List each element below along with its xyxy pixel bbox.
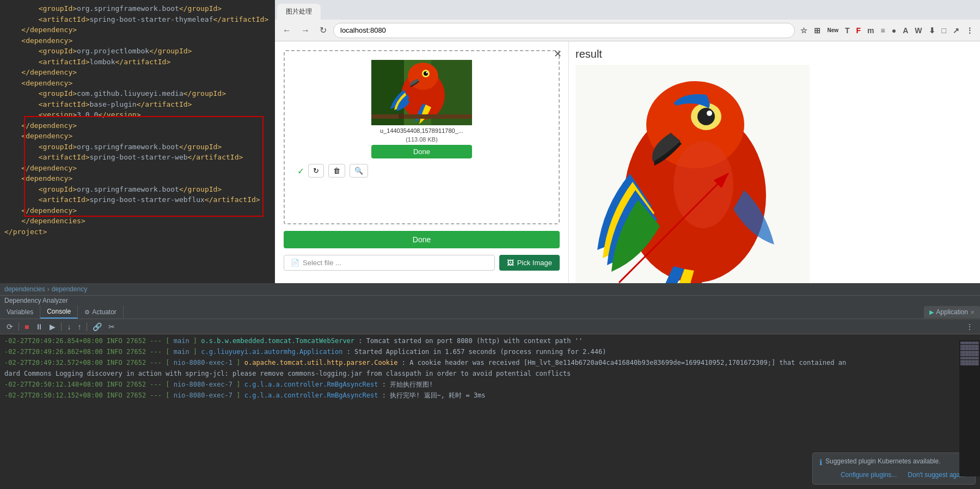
log-line-1: -02-27T20:49:26.854+08:00 INFO 27652 ---… <box>0 335 980 346</box>
debug-more-btn[interactable]: ⋮ <box>964 321 976 332</box>
log-class: o.apache.tomcat.util.http.parser.Cookie <box>244 359 398 366</box>
configure-plugins-button[interactable]: Configure plugins... <box>837 470 900 480</box>
code-line: <artifactId>spring-boot-starter-web</art… <box>0 152 272 163</box>
menu-icon[interactable]: ⋮ <box>964 24 976 37</box>
dialog-close-button[interactable]: ✕ <box>554 48 562 60</box>
zoom-button[interactable]: 🔍 <box>350 164 368 178</box>
toolbar-btn-3[interactable]: ● <box>890 24 898 37</box>
breadcrumb-dependency[interactable]: dependency <box>52 285 87 293</box>
select-file-placeholder: Select file ... <box>303 259 341 267</box>
log-line-6: -02-27T20:50:12.152+08:00 INFO 27652 ---… <box>0 390 980 401</box>
filename-label: u_1440354408,1578911780_... <box>380 127 463 134</box>
log-pid: 27652 --- [ <box>126 381 169 388</box>
address-bar[interactable] <box>333 23 795 38</box>
delete-button[interactable]: 🗑 <box>328 164 345 178</box>
debug-sep-3 <box>87 322 87 331</box>
breadcrumb-dependencies[interactable]: dependencies <box>4 285 45 293</box>
toolbar-btn-2[interactable]: ≡ <box>879 24 887 37</box>
log-message: : Tomcat started on port 8080 (http) wit… <box>358 337 583 345</box>
tab-variables[interactable]: Variables <box>0 305 40 319</box>
svg-point-16 <box>673 141 733 228</box>
refresh-button[interactable]: ↻ <box>316 23 330 38</box>
debug-link-btn[interactable]: 🔗 <box>90 321 104 332</box>
toolbar-btn-8[interactable]: ↗ <box>951 24 961 37</box>
result-title: result <box>575 48 973 60</box>
plugin-title-bar: Dependency Analyzer <box>0 296 980 305</box>
code-line: </dependencies> <box>0 216 272 227</box>
log-class: c.g.l.a.a.controller.RmBgAsyncRest <box>244 381 378 388</box>
plugin-title: Dependency Analyzer <box>4 297 68 304</box>
app-tab-close-button[interactable]: ✕ <box>970 309 975 315</box>
code-line: <groupId>org.springframework.boot</group… <box>0 184 272 195</box>
back-button[interactable]: ← <box>279 23 295 38</box>
svg-rect-8 <box>371 114 472 119</box>
svg-point-15 <box>707 111 712 116</box>
toolbar-btn-5[interactable]: W <box>912 24 924 37</box>
code-line: <artifactId>lombok</artifactId> <box>0 57 272 68</box>
log-level: INFO <box>107 348 126 356</box>
bottom-panel: dependencies › dependency Dependency Ana… <box>0 283 980 489</box>
log-minimap: ████████████████████████████████████████… <box>959 340 980 476</box>
code-line: <groupId>org.springframework.boot</group… <box>0 142 272 152</box>
debug-restart-btn[interactable]: ⟳ <box>4 321 15 332</box>
log-message: : 开始执行抠图! <box>382 381 433 388</box>
forward-button[interactable]: → <box>298 23 313 38</box>
debug-step-up-btn[interactable]: ↑ <box>75 321 83 332</box>
browser-tab-label: 图片处理 <box>286 8 312 15</box>
notification-text: ℹ Suggested plugin Kubernetes available. <box>819 457 969 467</box>
log-bracket: ] <box>236 359 244 366</box>
debug-resume-btn[interactable]: ▶ <box>47 321 58 332</box>
svg-point-14 <box>697 108 715 125</box>
console-tab-label: Console <box>47 308 71 315</box>
code-line: <artifactId>spring-boot-starter-thymelea… <box>0 14 272 25</box>
info-icon: ℹ <box>819 458 822 467</box>
rotate-button[interactable]: ↻ <box>308 164 324 178</box>
log-pid: 27652 --- [ <box>126 348 169 356</box>
browser-tab[interactable]: 图片处理 <box>277 4 321 20</box>
extensions-icon[interactable]: ⊞ <box>812 24 823 37</box>
breadcrumb-bar: dependencies › dependency <box>0 283 980 296</box>
filesize-label: (113.08 KB) <box>406 136 438 143</box>
svg-point-7 <box>426 72 428 74</box>
feedly-icon[interactable]: F <box>854 24 863 37</box>
debug-sep-2 <box>61 322 62 331</box>
debug-settings-btn[interactable]: ✂ <box>106 321 117 332</box>
parrot-thumbnail <box>371 60 472 125</box>
translate-icon[interactable]: T <box>843 24 852 37</box>
debug-step-down-btn[interactable]: ↓ <box>65 321 73 332</box>
browser-tab-bar: 图片处理 <box>275 0 980 20</box>
code-line: <dependency> <box>0 35 272 46</box>
code-line: </dependency> <box>0 163 272 174</box>
log-bracket: ] <box>193 348 201 356</box>
new-icon[interactable]: New <box>825 25 841 35</box>
browser-toolbar-icons: ☆ ⊞ New T F m ≡ ● A W ⬇ □ ↗ ⋮ <box>798 24 976 37</box>
log-level: INFO <box>107 359 126 366</box>
log-level: INFO <box>107 337 126 345</box>
toolbar-btn-1[interactable]: m <box>865 24 876 37</box>
log-thread: main <box>174 348 189 356</box>
notification-actions: Configure plugins... Don't suggest again <box>819 470 969 480</box>
tab-console[interactable]: Console <box>40 305 78 319</box>
debug-stop-btn[interactable]: ■ <box>22 321 31 332</box>
app-tab[interactable]: ▶ Application ✕ <box>924 306 980 318</box>
toolbar-btn-6[interactable]: ⬇ <box>927 24 938 37</box>
toolbar-btn-7[interactable]: □ <box>940 24 948 37</box>
tab-actuator[interactable]: ⚙ Actuator <box>78 305 124 319</box>
debug-pause-btn[interactable]: ⏸ <box>33 321 45 332</box>
bookmark-icon[interactable]: ☆ <box>798 24 810 37</box>
code-line: </dependency> <box>0 25 272 35</box>
upload-zone: u_1440354408,1578911780_... (113.08 KB) … <box>284 50 560 224</box>
notification-message: Suggested plugin Kubernetes available. <box>825 457 941 465</box>
image-actions-row: ✓ ↻ 🗑 🔍 <box>293 164 550 178</box>
log-message: : Started Application in 1.657 seconds (… <box>347 348 607 356</box>
log-timestamp: -02-27T20:49:32.572+08:00 <box>4 359 103 366</box>
browser-toolbar: ← → ↻ ☆ ⊞ New T F m ≡ ● A W ⬇ □ ↗ ⋮ <box>275 20 980 41</box>
code-line: <dependency> <box>0 173 272 184</box>
variables-tab-label: Variables <box>7 308 33 316</box>
pick-image-button[interactable]: 🖼 Pick Image <box>499 255 560 271</box>
check-icon: ✓ <box>298 165 304 176</box>
log-minimap-content: ████████████████████████████████████████… <box>959 340 980 367</box>
upload-done-bar[interactable]: Done <box>284 231 560 248</box>
image-done-button[interactable]: Done <box>371 145 472 158</box>
toolbar-btn-4[interactable]: A <box>901 24 910 37</box>
